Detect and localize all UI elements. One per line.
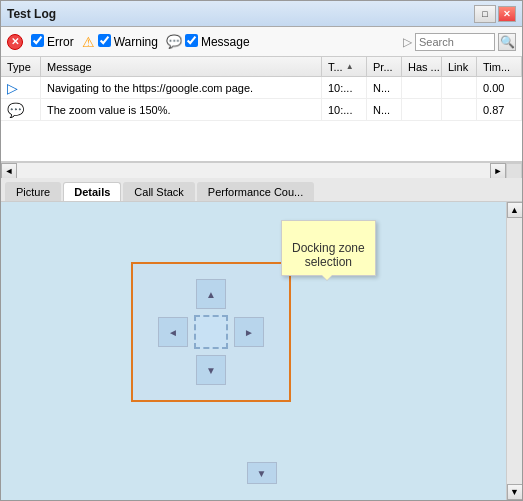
window-title: Test Log bbox=[7, 7, 56, 21]
scroll-right-button[interactable]: ► bbox=[490, 163, 506, 179]
col-header-has[interactable]: Has ... bbox=[402, 57, 442, 76]
error-checkbox-wrapper[interactable] bbox=[31, 34, 44, 50]
scroll-down-button[interactable]: ▼ bbox=[507, 484, 523, 500]
col-type-label: Type bbox=[7, 61, 31, 73]
dock-cell-tr bbox=[230, 275, 268, 313]
scroll-track[interactable] bbox=[17, 163, 490, 179]
search-input[interactable] bbox=[415, 33, 495, 51]
table-body: ▷ Navigating to the https://google.com p… bbox=[1, 77, 522, 121]
cell-has-1 bbox=[402, 99, 442, 120]
error-checkbox[interactable] bbox=[31, 34, 44, 47]
message-filter[interactable]: 💬 Message bbox=[166, 34, 250, 50]
docking-cross: ▲ ◄ ► ▼ bbox=[154, 275, 268, 389]
tab-performance[interactable]: Performance Cou... bbox=[197, 182, 314, 201]
dock-cell-center[interactable] bbox=[192, 313, 230, 351]
error-close-button[interactable]: ✕ bbox=[7, 34, 23, 50]
navigate-icon: ▷ bbox=[7, 80, 18, 96]
dock-cell-br bbox=[230, 351, 268, 389]
dock-cell-tl bbox=[154, 275, 192, 313]
docking-zone-container: ▲ ◄ ► ▼ bbox=[131, 262, 291, 402]
toolbar: ✕ Error ⚠ Warning 💬 Message ▷ 🔍 bbox=[1, 27, 522, 57]
cell-pr-1: N... bbox=[367, 99, 402, 120]
search-button[interactable]: 🔍 bbox=[498, 33, 516, 51]
dock-left-button[interactable]: ◄ bbox=[158, 317, 188, 347]
tab-details[interactable]: Details bbox=[63, 182, 121, 201]
scroll-up-button[interactable]: ▲ bbox=[507, 202, 523, 218]
scroll-corner bbox=[506, 163, 522, 179]
tab-call-stack[interactable]: Call Stack bbox=[123, 182, 195, 201]
dock-outer-bottom-button[interactable]: ▼ bbox=[247, 462, 277, 484]
error-label[interactable]: Error bbox=[47, 35, 74, 49]
col-link-label: Link bbox=[448, 61, 468, 73]
cell-link-0 bbox=[442, 77, 477, 98]
cell-time-0: 0.00 bbox=[477, 77, 522, 98]
title-controls: □ ✕ bbox=[474, 5, 516, 23]
cell-type-0: ▷ bbox=[1, 77, 41, 98]
cell-message-0: Navigating to the https://google.com pag… bbox=[41, 77, 322, 98]
dock-cell-right[interactable]: ► bbox=[230, 313, 268, 351]
restore-icon[interactable]: □ bbox=[474, 5, 496, 23]
error-filter[interactable]: Error bbox=[31, 34, 74, 50]
message-label[interactable]: Message bbox=[201, 35, 250, 49]
cell-t-0: 10:... bbox=[322, 77, 367, 98]
docking-tooltip: Docking zone selection bbox=[281, 220, 376, 276]
cell-message-1: The zoom value is 150%. bbox=[41, 99, 322, 120]
warning-checkbox[interactable] bbox=[98, 34, 111, 47]
dock-center-button[interactable] bbox=[194, 315, 228, 349]
title-bar: Test Log □ ✕ bbox=[1, 1, 522, 27]
docking-panel: ▲ ▼ Docking zone selection ▲ ◄ bbox=[1, 202, 522, 500]
dock-cell-top[interactable]: ▲ bbox=[192, 275, 230, 313]
dock-bottom-button[interactable]: ▼ bbox=[196, 355, 226, 385]
dock-cell-bl bbox=[154, 351, 192, 389]
table-header: Type Message T... ▲ Pr... Has ... Link T… bbox=[1, 57, 522, 77]
col-header-pr[interactable]: Pr... bbox=[367, 57, 402, 76]
message-checkbox-wrapper[interactable] bbox=[185, 34, 198, 50]
log-table: Type Message T... ▲ Pr... Has ... Link T… bbox=[1, 57, 522, 162]
tabs-bar: Picture Details Call Stack Performance C… bbox=[1, 178, 522, 202]
warning-filter[interactable]: ⚠ Warning bbox=[82, 34, 158, 50]
message-checkbox[interactable] bbox=[185, 34, 198, 47]
vertical-scrollbar: ▲ ▼ bbox=[506, 202, 522, 500]
scroll-left-button[interactable]: ◄ bbox=[1, 163, 17, 179]
warning-triangle-icon: ⚠ bbox=[82, 34, 95, 50]
cell-link-1 bbox=[442, 99, 477, 120]
col-header-time[interactable]: Tim... bbox=[477, 57, 522, 76]
close-button[interactable]: ✕ bbox=[498, 6, 516, 22]
dock-cell-left[interactable]: ◄ bbox=[154, 313, 192, 351]
dock-top-button[interactable]: ▲ bbox=[196, 279, 226, 309]
sort-asc-icon: ▲ bbox=[346, 62, 354, 71]
dock-right-button[interactable]: ► bbox=[234, 317, 264, 347]
col-message-label: Message bbox=[47, 61, 92, 73]
col-header-link[interactable]: Link bbox=[442, 57, 477, 76]
warning-label[interactable]: Warning bbox=[114, 35, 158, 49]
cell-t-1: 10:... bbox=[322, 99, 367, 120]
message-bubble-icon: 💬 bbox=[166, 34, 182, 49]
table-row[interactable]: ▷ Navigating to the https://google.com p… bbox=[1, 77, 522, 99]
table-horizontal-scrollbar: ◄ ► bbox=[1, 162, 522, 178]
col-header-message[interactable]: Message bbox=[41, 57, 322, 76]
cell-time-1: 0.87 bbox=[477, 99, 522, 120]
cell-type-1: 💬 bbox=[1, 99, 41, 120]
cell-has-0 bbox=[402, 77, 442, 98]
col-has-label: Has ... bbox=[408, 61, 440, 73]
dock-cell-bottom[interactable]: ▼ bbox=[192, 351, 230, 389]
table-row[interactable]: 💬 The zoom value is 150%. 10:... N... 0.… bbox=[1, 99, 522, 121]
cell-pr-0: N... bbox=[367, 77, 402, 98]
search-arrow-icon: ▷ bbox=[403, 35, 412, 49]
col-header-t[interactable]: T... ▲ bbox=[322, 57, 367, 76]
comment-icon: 💬 bbox=[7, 102, 24, 118]
col-pr-label: Pr... bbox=[373, 61, 393, 73]
col-t-label: T... bbox=[328, 61, 343, 73]
main-window: Test Log □ ✕ ✕ Error ⚠ Warning 💬 Mes bbox=[0, 0, 523, 501]
vscroll-track[interactable] bbox=[507, 218, 523, 484]
tab-picture[interactable]: Picture bbox=[5, 182, 61, 201]
search-area: ▷ 🔍 bbox=[403, 33, 516, 51]
col-time-label: Tim... bbox=[483, 61, 510, 73]
warning-checkbox-wrapper[interactable] bbox=[98, 34, 111, 50]
col-header-type[interactable]: Type bbox=[1, 57, 41, 76]
